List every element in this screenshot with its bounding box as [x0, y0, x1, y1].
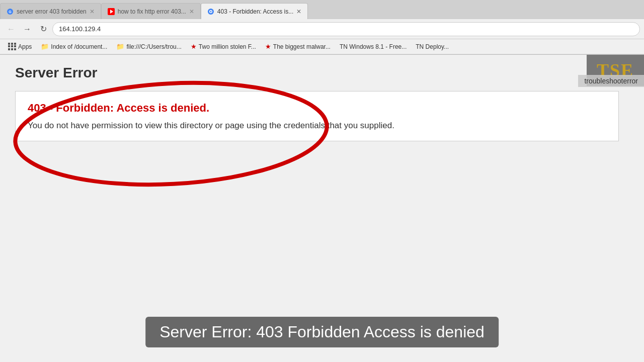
bookmark-5[interactable]: TN Windows 8.1 - Free...	[336, 42, 411, 51]
bookmark-4-label: The biggest malwar...	[273, 43, 331, 50]
back-button[interactable]: ←	[4, 22, 18, 36]
bookmark-apps[interactable]: Apps	[4, 42, 36, 52]
bookmark-4[interactable]: ★ The biggest malwar...	[261, 42, 335, 51]
tab-1-title: server error 403 forbidden	[17, 8, 87, 15]
address-bar[interactable]	[52, 22, 640, 36]
bookmark-1-label: Index of /document...	[51, 43, 107, 50]
tab-3-title: 403 - Forbidden: Access is...	[217, 8, 293, 15]
bookmark-2-folder-icon: 📁	[116, 43, 124, 50]
svg-point-6	[210, 11, 211, 12]
tab-1-close[interactable]: ✕	[90, 8, 95, 15]
page-heading: Server Error	[0, 55, 644, 86]
tab-bar: G server error 403 forbidden ✕ how to fi…	[0, 0, 644, 19]
tab-3[interactable]: 403 - Forbidden: Access is... ✕	[201, 3, 308, 19]
bookmark-6-label: TN Deploy...	[416, 43, 449, 50]
error-description: You do not have permission to view this …	[28, 121, 606, 131]
svg-text:G: G	[9, 10, 12, 14]
bookmark-5-label: TN Windows 8.1 - Free...	[340, 43, 407, 50]
tab-3-favicon	[207, 8, 214, 15]
error-box-wrapper: 403 - Forbidden: Access is denied. You d…	[15, 91, 629, 141]
bookmark-2-label: file:///C:/Users/trou...	[126, 43, 181, 50]
troubleshoot-label: troubleshooterror	[578, 75, 644, 87]
bookmark-3-star-icon: ★	[191, 43, 197, 50]
bookmark-1[interactable]: 📁 Index of /document...	[37, 42, 111, 51]
tab-3-close[interactable]: ✕	[296, 8, 301, 15]
bookmark-2[interactable]: 📁 file:///C:/Users/trou...	[112, 42, 185, 51]
tab-2[interactable]: how to fix http error 403... ✕	[101, 3, 201, 19]
error-title: 403 - Forbidden: Access is denied.	[28, 102, 606, 115]
bookmarks-bar: Apps 📁 Index of /document... 📁 file:///C…	[0, 39, 644, 54]
bookmark-1-folder-icon: 📁	[41, 43, 49, 50]
page-content: TSE troubleshooterror Server Error 403 -…	[0, 55, 644, 362]
error-box: 403 - Forbidden: Access is denied. You d…	[15, 91, 619, 141]
tab-1-favicon: G	[7, 8, 14, 15]
apps-grid-icon	[8, 43, 16, 51]
bookmark-3[interactable]: ★ Two million stolen F...	[187, 42, 260, 51]
nav-bar: ← → ↻	[0, 19, 644, 39]
bottom-caption: Server Error: 403 Forbidden Access is de…	[145, 317, 499, 347]
bookmark-6[interactable]: TN Deploy...	[412, 42, 453, 51]
bookmark-4-star-icon: ★	[265, 43, 271, 50]
tab-2-close[interactable]: ✕	[189, 8, 194, 15]
bookmark-3-label: Two million stolen F...	[199, 43, 256, 50]
tab-2-title: how to fix http error 403...	[118, 8, 186, 15]
browser-chrome: G server error 403 forbidden ✕ how to fi…	[0, 0, 644, 55]
forward-button[interactable]: →	[20, 22, 34, 36]
reload-button[interactable]: ↻	[36, 22, 50, 36]
tab-2-favicon	[108, 8, 115, 15]
apps-label: Apps	[18, 43, 32, 50]
tab-1[interactable]: G server error 403 forbidden ✕	[0, 3, 101, 19]
